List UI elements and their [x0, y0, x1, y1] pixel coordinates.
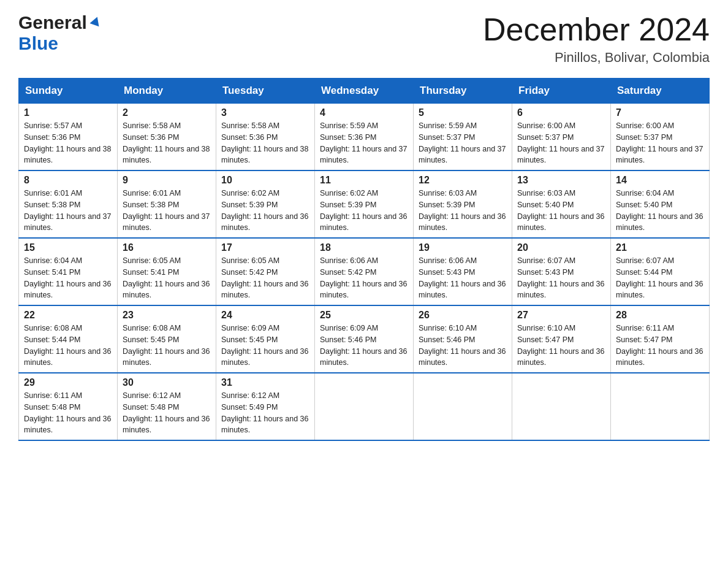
day-info: Sunrise: 6:06 AM Sunset: 5:43 PM Dayligh…	[419, 255, 507, 301]
day-number: 2	[123, 107, 211, 118]
calendar-header-friday: Friday	[512, 79, 611, 104]
calendar-day-cell	[414, 373, 512, 440]
calendar-header-saturday: Saturday	[611, 79, 710, 104]
day-number: 29	[24, 377, 112, 388]
day-info: Sunrise: 6:05 AM Sunset: 5:42 PM Dayligh…	[221, 255, 309, 301]
day-info: Sunrise: 6:07 AM Sunset: 5:44 PM Dayligh…	[616, 255, 704, 301]
day-number: 26	[419, 310, 507, 321]
day-info: Sunrise: 6:00 AM Sunset: 5:37 PM Dayligh…	[616, 120, 704, 166]
logo-triangle-icon	[89, 15, 102, 30]
calendar-day-cell: 23 Sunrise: 6:08 AM Sunset: 5:45 PM Dayl…	[118, 305, 216, 373]
day-number: 31	[221, 377, 309, 388]
calendar-day-cell: 31 Sunrise: 6:12 AM Sunset: 5:49 PM Dayl…	[216, 373, 315, 440]
day-info: Sunrise: 6:07 AM Sunset: 5:43 PM Dayligh…	[517, 255, 605, 301]
calendar-day-cell	[512, 373, 611, 440]
day-number: 23	[123, 310, 211, 321]
calendar-day-cell: 6 Sunrise: 6:00 AM Sunset: 5:37 PM Dayli…	[512, 104, 611, 171]
calendar-day-cell: 21 Sunrise: 6:07 AM Sunset: 5:44 PM Dayl…	[611, 238, 710, 305]
day-info: Sunrise: 6:12 AM Sunset: 5:48 PM Dayligh…	[123, 390, 211, 436]
calendar-header-wednesday: Wednesday	[315, 79, 414, 104]
calendar-day-cell	[611, 373, 710, 440]
day-number: 12	[419, 175, 507, 186]
day-info: Sunrise: 5:58 AM Sunset: 5:36 PM Dayligh…	[123, 120, 211, 166]
calendar-day-cell: 19 Sunrise: 6:06 AM Sunset: 5:43 PM Dayl…	[414, 238, 512, 305]
title-block: December 2024 Pinillos, Bolivar, Colombi…	[483, 12, 710, 66]
day-info: Sunrise: 6:06 AM Sunset: 5:42 PM Dayligh…	[320, 255, 408, 301]
calendar-day-cell: 26 Sunrise: 6:10 AM Sunset: 5:46 PM Dayl…	[414, 305, 512, 373]
calendar-day-cell: 9 Sunrise: 6:01 AM Sunset: 5:38 PM Dayli…	[118, 170, 216, 238]
day-number: 6	[517, 107, 605, 118]
day-number: 20	[517, 242, 605, 253]
day-info: Sunrise: 6:09 AM Sunset: 5:46 PM Dayligh…	[320, 323, 408, 369]
calendar-day-cell: 27 Sunrise: 6:10 AM Sunset: 5:47 PM Dayl…	[512, 305, 611, 373]
day-info: Sunrise: 6:04 AM Sunset: 5:40 PM Dayligh…	[616, 188, 704, 234]
calendar-week-row: 22 Sunrise: 6:08 AM Sunset: 5:44 PM Dayl…	[19, 305, 710, 373]
day-number: 25	[320, 310, 408, 321]
calendar-header-thursday: Thursday	[414, 79, 512, 104]
calendar-week-row: 29 Sunrise: 6:11 AM Sunset: 5:48 PM Dayl…	[19, 373, 710, 440]
day-number: 1	[24, 107, 112, 118]
calendar-day-cell: 10 Sunrise: 6:02 AM Sunset: 5:39 PM Dayl…	[216, 170, 315, 238]
day-number: 17	[221, 242, 309, 253]
day-info: Sunrise: 5:59 AM Sunset: 5:37 PM Dayligh…	[419, 120, 507, 166]
day-info: Sunrise: 6:08 AM Sunset: 5:44 PM Dayligh…	[24, 323, 112, 369]
calendar-week-row: 8 Sunrise: 6:01 AM Sunset: 5:38 PM Dayli…	[19, 170, 710, 238]
day-info: Sunrise: 6:11 AM Sunset: 5:48 PM Dayligh…	[24, 390, 112, 436]
day-number: 28	[616, 310, 704, 321]
svg-marker-0	[89, 15, 102, 26]
location-subtitle: Pinillos, Bolivar, Colombia	[483, 50, 710, 66]
day-info: Sunrise: 6:04 AM Sunset: 5:41 PM Dayligh…	[24, 255, 112, 301]
calendar-day-cell: 11 Sunrise: 6:02 AM Sunset: 5:39 PM Dayl…	[315, 170, 414, 238]
day-number: 18	[320, 242, 408, 253]
day-number: 3	[221, 107, 309, 118]
calendar-header-row: SundayMondayTuesdayWednesdayThursdayFrid…	[19, 79, 710, 104]
day-info: Sunrise: 6:08 AM Sunset: 5:45 PM Dayligh…	[123, 323, 211, 369]
day-number: 27	[517, 310, 605, 321]
day-info: Sunrise: 5:59 AM Sunset: 5:36 PM Dayligh…	[320, 120, 408, 166]
day-info: Sunrise: 6:03 AM Sunset: 5:39 PM Dayligh…	[419, 188, 507, 234]
calendar-day-cell: 18 Sunrise: 6:06 AM Sunset: 5:42 PM Dayl…	[315, 238, 414, 305]
day-info: Sunrise: 6:02 AM Sunset: 5:39 PM Dayligh…	[320, 188, 408, 234]
logo-general-text: General	[18, 12, 87, 33]
calendar-day-cell: 5 Sunrise: 5:59 AM Sunset: 5:37 PM Dayli…	[414, 104, 512, 171]
day-info: Sunrise: 5:58 AM Sunset: 5:36 PM Dayligh…	[221, 120, 309, 166]
day-number: 7	[616, 107, 704, 118]
day-number: 19	[419, 242, 507, 253]
day-info: Sunrise: 6:12 AM Sunset: 5:49 PM Dayligh…	[221, 390, 309, 436]
calendar-day-cell: 7 Sunrise: 6:00 AM Sunset: 5:37 PM Dayli…	[611, 104, 710, 171]
day-number: 13	[517, 175, 605, 186]
calendar-day-cell: 30 Sunrise: 6:12 AM Sunset: 5:48 PM Dayl…	[118, 373, 216, 440]
month-title: December 2024	[483, 12, 710, 47]
calendar-day-cell: 1 Sunrise: 5:57 AM Sunset: 5:36 PM Dayli…	[19, 104, 118, 171]
day-info: Sunrise: 6:11 AM Sunset: 5:47 PM Dayligh…	[616, 323, 704, 369]
calendar-day-cell: 17 Sunrise: 6:05 AM Sunset: 5:42 PM Dayl…	[216, 238, 315, 305]
day-info: Sunrise: 5:57 AM Sunset: 5:36 PM Dayligh…	[24, 120, 112, 166]
calendar-day-cell: 15 Sunrise: 6:04 AM Sunset: 5:41 PM Dayl…	[19, 238, 118, 305]
calendar-header-tuesday: Tuesday	[216, 79, 315, 104]
day-number: 30	[123, 377, 211, 388]
day-number: 5	[419, 107, 507, 118]
calendar-week-row: 15 Sunrise: 6:04 AM Sunset: 5:41 PM Dayl…	[19, 238, 710, 305]
calendar-day-cell: 16 Sunrise: 6:05 AM Sunset: 5:41 PM Dayl…	[118, 238, 216, 305]
calendar-day-cell: 24 Sunrise: 6:09 AM Sunset: 5:45 PM Dayl…	[216, 305, 315, 373]
calendar-day-cell: 8 Sunrise: 6:01 AM Sunset: 5:38 PM Dayli…	[19, 170, 118, 238]
day-number: 8	[24, 175, 112, 186]
calendar-header-sunday: Sunday	[19, 79, 118, 104]
day-number: 10	[221, 175, 309, 186]
calendar-day-cell: 25 Sunrise: 6:09 AM Sunset: 5:46 PM Dayl…	[315, 305, 414, 373]
day-number: 15	[24, 242, 112, 253]
day-number: 11	[320, 175, 408, 186]
day-info: Sunrise: 6:09 AM Sunset: 5:45 PM Dayligh…	[221, 323, 309, 369]
logo: General Blue	[18, 12, 102, 54]
calendar-day-cell: 14 Sunrise: 6:04 AM Sunset: 5:40 PM Dayl…	[611, 170, 710, 238]
day-number: 4	[320, 107, 408, 118]
day-info: Sunrise: 6:05 AM Sunset: 5:41 PM Dayligh…	[123, 255, 211, 301]
day-info: Sunrise: 6:10 AM Sunset: 5:47 PM Dayligh…	[517, 323, 605, 369]
calendar-day-cell: 12 Sunrise: 6:03 AM Sunset: 5:39 PM Dayl…	[414, 170, 512, 238]
calendar-header-monday: Monday	[118, 79, 216, 104]
calendar-day-cell: 22 Sunrise: 6:08 AM Sunset: 5:44 PM Dayl…	[19, 305, 118, 373]
day-info: Sunrise: 6:02 AM Sunset: 5:39 PM Dayligh…	[221, 188, 309, 234]
day-info: Sunrise: 6:00 AM Sunset: 5:37 PM Dayligh…	[517, 120, 605, 166]
day-number: 9	[123, 175, 211, 186]
day-number: 21	[616, 242, 704, 253]
